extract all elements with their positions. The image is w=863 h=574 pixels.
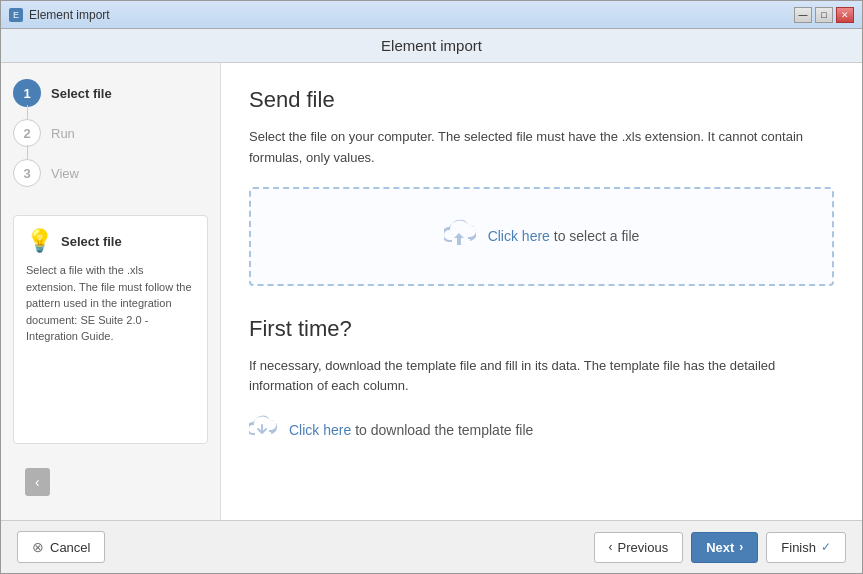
window: E Element import — □ ✕ Element import 1 …: [0, 0, 863, 574]
chevron-right-icon: ›: [739, 540, 743, 554]
send-file-title: Send file: [249, 87, 834, 113]
dialog-header: Element import: [1, 29, 862, 63]
step-item-2: 2 Run: [13, 119, 208, 147]
steps-list: 1 Select file 2 Run 3 View: [1, 79, 220, 199]
step-circle-1: 1: [13, 79, 41, 107]
first-time-title: First time?: [249, 316, 834, 342]
hint-box: 💡 Select file Select a file with the .xl…: [13, 215, 208, 444]
collapse-icon: ‹: [35, 474, 40, 490]
minimize-button[interactable]: —: [794, 7, 812, 23]
app-icon: E: [9, 8, 23, 22]
dialog-title: Element import: [381, 37, 482, 54]
title-bar: E Element import — □ ✕: [1, 1, 862, 29]
lightbulb-icon: 💡: [26, 228, 53, 254]
sidebar: 1 Select file 2 Run 3 View: [1, 63, 221, 520]
download-row: Click here to download the template file: [249, 415, 834, 445]
main-content: Send file Select the file on your comput…: [221, 63, 862, 520]
step-label-3: View: [51, 166, 79, 181]
send-file-description: Select the file on your computer. The se…: [249, 127, 834, 169]
upload-area[interactable]: Click here to select a file: [249, 187, 834, 286]
previous-label: Previous: [618, 540, 669, 555]
finish-button[interactable]: Finish ✓: [766, 532, 846, 563]
upload-click-here-link[interactable]: Click here: [488, 228, 550, 244]
step-item-1: 1 Select file: [13, 79, 208, 107]
cancel-icon: ⊗: [32, 539, 44, 555]
download-text-suffix: to download the template file: [355, 422, 533, 438]
step-label-2: Run: [51, 126, 75, 141]
download-cloud-icon: [249, 415, 277, 445]
step-circle-2: 2: [13, 119, 41, 147]
first-time-description: If necessary, download the template file…: [249, 356, 834, 398]
dialog-body: 1 Select file 2 Run 3 View: [1, 63, 862, 520]
upload-text: Click here to select a file: [488, 228, 640, 244]
next-button[interactable]: Next ›: [691, 532, 758, 563]
sidebar-collapse-button[interactable]: ‹: [25, 468, 50, 496]
step-label-1: Select file: [51, 86, 112, 101]
checkmark-icon: ✓: [821, 540, 831, 554]
title-bar-left: E Element import: [9, 8, 110, 22]
download-text: Click here to download the template file: [289, 422, 533, 438]
upload-cloud-icon: [444, 219, 476, 254]
footer-right: ‹ Previous Next › Finish ✓: [594, 532, 846, 563]
chevron-left-icon: ‹: [609, 540, 613, 554]
previous-button[interactable]: ‹ Previous: [594, 532, 684, 563]
upload-text-suffix: to select a file: [554, 228, 640, 244]
hint-box-header: 💡 Select file: [26, 228, 195, 254]
title-bar-controls: — □ ✕: [794, 7, 854, 23]
cancel-button[interactable]: ⊗ Cancel: [17, 531, 105, 563]
download-click-here-link[interactable]: Click here: [289, 422, 351, 438]
finish-label: Finish: [781, 540, 816, 555]
footer-left: ⊗ Cancel: [17, 531, 105, 563]
close-button[interactable]: ✕: [836, 7, 854, 23]
hint-text: Select a file with the .xls extension. T…: [26, 262, 195, 345]
window-title: Element import: [29, 8, 110, 22]
footer: ⊗ Cancel ‹ Previous Next › Finish ✓: [1, 520, 862, 573]
cancel-label: Cancel: [50, 540, 90, 555]
next-label: Next: [706, 540, 734, 555]
maximize-button[interactable]: □: [815, 7, 833, 23]
step-item-3: 3 View: [13, 159, 208, 187]
hint-title: Select file: [61, 234, 122, 249]
step-circle-3: 3: [13, 159, 41, 187]
